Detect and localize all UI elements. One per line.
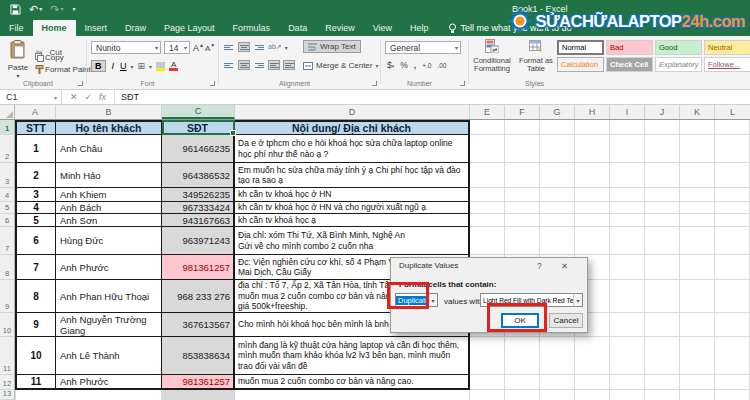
dropdown-arrow-icon[interactable]: ▾ bbox=[428, 294, 437, 306]
save-icon[interactable] bbox=[10, 4, 21, 15]
tab-draw[interactable]: Draw bbox=[116, 20, 155, 36]
column-header-a[interactable]: A bbox=[15, 105, 56, 119]
orientation-button[interactable]: ab↗ bbox=[268, 43, 282, 51]
align-bottom-icon[interactable] bbox=[253, 42, 265, 52]
cell-content[interactable]: mình đang là kỹ thuật cửa hàng laptop và… bbox=[235, 337, 470, 375]
row-header[interactable]: 3 bbox=[0, 163, 15, 188]
merge-center-dropdown[interactable]: ▾ bbox=[375, 62, 378, 69]
font-color-button[interactable]: A bbox=[169, 61, 178, 71]
cell-phone[interactable]: 963971243 bbox=[162, 227, 235, 255]
row-header[interactable]: 2 bbox=[0, 135, 15, 163]
undo-button[interactable]: ↶▾ bbox=[29, 2, 42, 16]
row-header[interactable]: 8 bbox=[0, 255, 15, 280]
column-header-b[interactable]: B bbox=[56, 105, 162, 119]
row-header[interactable]: 5 bbox=[0, 202, 15, 214]
cell-name[interactable]: Anh Bách bbox=[56, 202, 162, 214]
cancel-button[interactable]: Cancel bbox=[549, 313, 583, 328]
cell-stt[interactable]: 9 bbox=[15, 313, 56, 337]
merge-center-button[interactable]: Merge & Center ▾ bbox=[303, 61, 378, 70]
cell-stt[interactable]: 8 bbox=[15, 280, 56, 313]
empty-cells[interactable] bbox=[470, 135, 750, 163]
font-size-combo[interactable]: 14▾ bbox=[164, 41, 190, 54]
decrease-decimal-button[interactable]: .00 bbox=[437, 62, 446, 69]
empty-cells[interactable] bbox=[470, 214, 750, 227]
cell-name[interactable]: Minh Hảo bbox=[56, 163, 162, 188]
cell-content[interactable]: Địa chỉ: xóm Thi Tứ, Xã Bình Minh, Nghệ … bbox=[235, 227, 470, 255]
empty-cells[interactable] bbox=[470, 188, 750, 202]
column-header-j[interactable]: J bbox=[645, 105, 680, 119]
dropdown-arrow-icon[interactable]: ▾ bbox=[573, 294, 582, 306]
cell-phone[interactable]: 964386532 bbox=[162, 163, 235, 188]
redo-button[interactable]: ↷▾ bbox=[50, 2, 63, 16]
formula-bar-value[interactable]: SĐT bbox=[115, 90, 139, 104]
empty-cell-gray[interactable] bbox=[162, 390, 235, 400]
number-dialog-launcher[interactable] bbox=[460, 81, 465, 86]
align-right-icon[interactable] bbox=[253, 60, 265, 70]
cell-name[interactable]: Anh Sơn bbox=[56, 214, 162, 227]
style-normal[interactable]: Normal bbox=[557, 40, 604, 55]
insert-function-icon[interactable]: fx bbox=[99, 92, 106, 102]
grow-font-button[interactable]: A▲ bbox=[193, 42, 204, 53]
row-header[interactable]: 7 bbox=[0, 227, 15, 255]
column-header-k[interactable]: K bbox=[680, 105, 715, 119]
empty-cells[interactable] bbox=[470, 163, 750, 188]
dialog-close-button[interactable]: ✕ bbox=[561, 261, 568, 271]
cell-stt[interactable]: 1 bbox=[15, 135, 56, 163]
style-good[interactable]: Good bbox=[655, 40, 702, 55]
italic-button[interactable]: I bbox=[110, 61, 117, 71]
clipboard-dialog-launcher[interactable] bbox=[78, 81, 83, 86]
style-neutral[interactable]: Neutral bbox=[704, 40, 750, 55]
bold-button[interactable]: B bbox=[91, 60, 106, 72]
comma-style-button[interactable]: , bbox=[414, 60, 416, 70]
tab-file[interactable]: File bbox=[0, 20, 33, 36]
align-left-icon[interactable] bbox=[223, 60, 235, 70]
wrap-text-button[interactable]: Wrap Text bbox=[303, 40, 361, 53]
column-header-g[interactable]: G bbox=[540, 105, 575, 119]
name-box[interactable]: C1▾ bbox=[0, 90, 62, 104]
empty-cells[interactable] bbox=[470, 202, 750, 214]
column-header-f[interactable]: F bbox=[505, 105, 540, 119]
header-cell-name[interactable]: Họ tên khách bbox=[56, 120, 162, 135]
empty-cell[interactable] bbox=[15, 390, 56, 400]
row-header[interactable]: 1 bbox=[0, 120, 15, 135]
cell-phone[interactable]: 367613567 bbox=[162, 313, 235, 337]
cell-name[interactable]: Anh Lê Thành bbox=[56, 337, 162, 375]
cell-content[interactable]: kh cần tv khoá học ở HN và cho người xuấ… bbox=[235, 202, 470, 214]
cell-stt[interactable]: 10 bbox=[15, 337, 56, 375]
row-header[interactable]: 11 bbox=[0, 337, 15, 375]
cell-stt[interactable]: 6 bbox=[15, 227, 56, 255]
alignment-dialog-launcher[interactable] bbox=[372, 81, 377, 86]
cell-phone[interactable]: 968 233 276 bbox=[162, 280, 235, 313]
column-header-d[interactable]: D bbox=[235, 105, 470, 119]
cell-name[interactable]: Anh Phước bbox=[56, 255, 162, 280]
row-header[interactable]: 13 bbox=[0, 390, 15, 400]
cell-content[interactable]: muốn mua 2 cuốn combo cơ bản và nâng cao… bbox=[235, 375, 470, 390]
tab-formulas[interactable]: Formulas bbox=[224, 20, 280, 36]
row-header[interactable]: 9 bbox=[0, 280, 15, 313]
align-top-icon[interactable] bbox=[223, 42, 235, 52]
underline-dropdown[interactable]: ▾ bbox=[131, 63, 134, 70]
dialog-help-button[interactable]: ? bbox=[537, 261, 542, 271]
copy-button[interactable]: Copy bbox=[34, 53, 64, 62]
cell-phone[interactable]: 961466235 bbox=[162, 135, 235, 163]
cell-phone[interactable]: 967333424 bbox=[162, 202, 235, 214]
row-header[interactable]: 4 bbox=[0, 188, 15, 202]
cell-name[interactable]: Anh Phước bbox=[56, 375, 162, 390]
select-all-corner[interactable] bbox=[0, 105, 15, 119]
fill-color-button[interactable] bbox=[156, 62, 165, 71]
customize-qat-button[interactable]: ▾ bbox=[72, 2, 75, 16]
row-header[interactable]: 12 bbox=[0, 375, 15, 390]
tab-page-layout[interactable]: Page Layout bbox=[155, 20, 224, 36]
style-bad[interactable]: Bad bbox=[606, 40, 653, 55]
empty-cells[interactable] bbox=[470, 375, 750, 390]
cell-content[interactable]: kh cần tv khoá học ạ bbox=[235, 214, 470, 227]
row-header[interactable]: 6 bbox=[0, 214, 15, 227]
tab-insert[interactable]: Insert bbox=[76, 20, 117, 36]
tab-home[interactable]: Home bbox=[33, 20, 76, 36]
row-header[interactable]: 10 bbox=[0, 313, 15, 337]
column-header-e[interactable]: E bbox=[470, 105, 505, 119]
tab-help[interactable]: Help bbox=[401, 20, 438, 36]
empty-cells[interactable] bbox=[470, 337, 750, 375]
paste-dropdown[interactable]: ▾ bbox=[4, 72, 32, 79]
header-cell-content[interactable]: Nội dung/ Địa chỉ khách bbox=[235, 120, 470, 135]
